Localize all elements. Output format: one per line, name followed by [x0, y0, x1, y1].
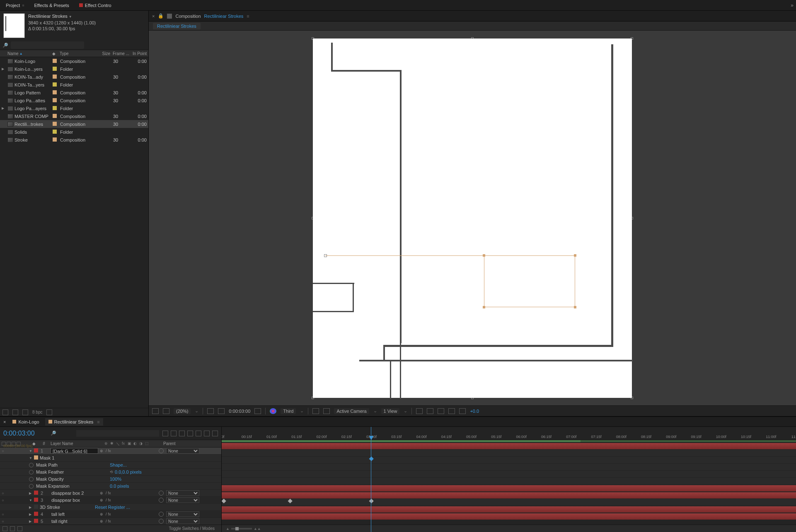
interpret-footage-icon[interactable] — [2, 409, 8, 415]
zoom-dropdown[interactable]: (20%) — [174, 408, 191, 414]
layer-name[interactable]: tall right — [51, 519, 98, 524]
toggle-switches-icon[interactable] — [2, 526, 7, 531]
label-swatch[interactable] — [53, 59, 60, 64]
property-value[interactable]: 0.0,0.0 pixels — [115, 469, 142, 474]
stopwatch-icon[interactable] — [29, 484, 34, 489]
label-swatch[interactable] — [53, 137, 60, 142]
track-lane[interactable] — [222, 443, 796, 450]
label-swatch[interactable] — [53, 67, 60, 72]
effect-controls[interactable]: Reset Register ... — [95, 505, 130, 510]
asset-row[interactable]: Logo Pa...attes Composition 30 0:00 — [0, 96, 148, 104]
layer-row[interactable]: ○ ▼ 1 [Dark G...Solid 6] ⊕/fx None — [0, 448, 221, 455]
timeline-icon[interactable] — [438, 408, 444, 414]
asset-row[interactable]: ▶ Koin-Lo...yers Folder — [0, 65, 148, 73]
label-swatch[interactable] — [34, 498, 39, 503]
property-row[interactable]: Mask PathShape... — [0, 462, 221, 469]
track-lane[interactable] — [222, 471, 796, 478]
track-lane[interactable] — [222, 499, 796, 506]
layer-row[interactable]: ○ ▼ 3 disappear box ⊕/fx None — [0, 497, 221, 504]
layer-row[interactable]: ○ ▶ 4 tall left ⊕/fx None — [0, 511, 221, 518]
track-lane[interactable] — [222, 506, 796, 513]
close-tab-icon[interactable]: × — [3, 419, 6, 424]
time-ruler[interactable]: 00f00:15f01:00f01:15f02:00f02:15f03:00f0… — [222, 427, 796, 440]
label-swatch[interactable] — [34, 491, 39, 496]
property-value[interactable]: 100% — [110, 477, 121, 481]
expand-icon[interactable]: ▶ — [2, 106, 7, 110]
layer-bar[interactable] — [222, 443, 796, 449]
motion-blur-icon[interactable] — [196, 431, 201, 436]
expand-icon[interactable]: ▶ — [29, 520, 34, 523]
views-dropdown[interactable]: 1 View — [381, 408, 400, 414]
comp-menu-icon[interactable]: ▼ — [69, 15, 72, 19]
pixel-aspect-icon[interactable] — [416, 408, 423, 414]
track-lane[interactable] — [222, 450, 796, 457]
label-swatch[interactable] — [34, 448, 39, 453]
anchor-point-icon[interactable] — [324, 254, 327, 257]
property-row[interactable]: Mask Expansion0.0 pixels — [0, 483, 221, 490]
parent-dropdown[interactable]: None — [166, 490, 199, 496]
video-switch[interactable]: ○ — [1, 491, 5, 495]
panel-menu-icon[interactable]: ≡ — [22, 3, 24, 7]
layer-name[interactable]: [Dark G...Solid 6] — [51, 448, 98, 454]
mask-handle[interactable] — [574, 254, 576, 257]
video-switch[interactable]: ○ — [1, 519, 5, 523]
label-swatch[interactable] — [53, 106, 60, 111]
camera-dropdown[interactable]: Active Camera — [334, 408, 369, 414]
label-swatch[interactable] — [53, 114, 60, 119]
property-row[interactable]: Mask Feather⟲0.0,0.0 pixels — [0, 469, 221, 476]
zoom-in-icon[interactable]: ▲▲ — [254, 527, 261, 531]
expand-icon[interactable]: ▼ — [29, 449, 34, 453]
timeline-tab[interactable]: Koin-Logo — [9, 418, 42, 426]
timeline-tab[interactable]: Rectiliniear Strokes≡ — [45, 418, 103, 426]
comp-flowchart-icon[interactable] — [448, 408, 455, 414]
toggle-modes-icon[interactable] — [10, 526, 15, 531]
fast-previews-icon[interactable] — [427, 408, 433, 414]
comp-tab-name[interactable]: Rectiliniear Strokes — [204, 14, 244, 19]
timeline-search-input[interactable] — [76, 430, 159, 437]
resolution-dropdown[interactable]: Third — [281, 408, 296, 414]
parent-dropdown[interactable]: None — [166, 497, 199, 503]
pickwhip-icon[interactable] — [159, 498, 164, 503]
project-tab[interactable]: Project≡ — [2, 1, 28, 10]
current-timecode[interactable]: 0:00:03:00 — [3, 430, 35, 437]
render-queue-icon[interactable] — [212, 431, 218, 436]
layer-name[interactable]: disappear box 2 — [51, 491, 98, 496]
playhead[interactable] — [371, 427, 371, 532]
label-swatch[interactable] — [34, 512, 39, 517]
link-icon[interactable]: ⟲ — [110, 470, 115, 474]
layer-bar[interactable] — [222, 513, 796, 520]
expand-icon[interactable]: ▼ — [29, 456, 34, 460]
transparency-grid-icon[interactable] — [163, 408, 169, 414]
label-swatch[interactable] — [53, 122, 60, 127]
layer-name[interactable]: disappear box — [51, 498, 98, 503]
label-swatch[interactable] — [53, 90, 60, 95]
time-navigator[interactable]: ▲ ▲▲ — [222, 525, 796, 532]
trash-icon[interactable] — [46, 409, 52, 415]
zoom-slider[interactable] — [231, 528, 252, 530]
track-lane[interactable] — [222, 457, 796, 464]
stopwatch-icon[interactable] — [29, 463, 34, 467]
layer-row[interactable]: ○ ▶ 2 disappear box 2 ⊕/fx None — [0, 490, 221, 497]
flowchart-crumb[interactable]: Rectiliniear Strokes — [153, 23, 201, 29]
panel-overflow-icon[interactable]: » — [791, 2, 794, 8]
video-switch[interactable]: ○ — [1, 512, 5, 516]
layer-bar[interactable] — [222, 485, 796, 491]
close-tab-icon[interactable]: × — [152, 14, 155, 19]
track-lane[interactable] — [222, 492, 796, 499]
new-folder-icon[interactable] — [12, 409, 18, 415]
video-switch[interactable]: ○ — [1, 498, 5, 502]
keyframe-icon[interactable] — [369, 457, 374, 461]
comp-thumbnail[interactable] — [3, 13, 25, 38]
comp-mini-flowchart-icon[interactable] — [162, 431, 168, 436]
asset-row[interactable]: Stroke Composition 30 0:00 — [0, 136, 148, 144]
track-lane[interactable] — [222, 485, 796, 492]
parent-dropdown[interactable]: None — [166, 518, 199, 524]
label-swatch[interactable] — [53, 82, 60, 87]
asset-row[interactable]: Solids Folder — [0, 128, 148, 136]
draft-3d-icon[interactable] — [171, 431, 177, 436]
asset-row[interactable]: Logo Pattern Composition 30 0:00 — [0, 89, 148, 96]
asset-row[interactable]: MASTER COMP Composition 30 0:00 — [0, 112, 148, 120]
layer-bar[interactable] — [222, 492, 796, 498]
toggle-in-out-icon[interactable] — [17, 526, 22, 531]
layer-name[interactable]: tall left — [51, 512, 98, 517]
